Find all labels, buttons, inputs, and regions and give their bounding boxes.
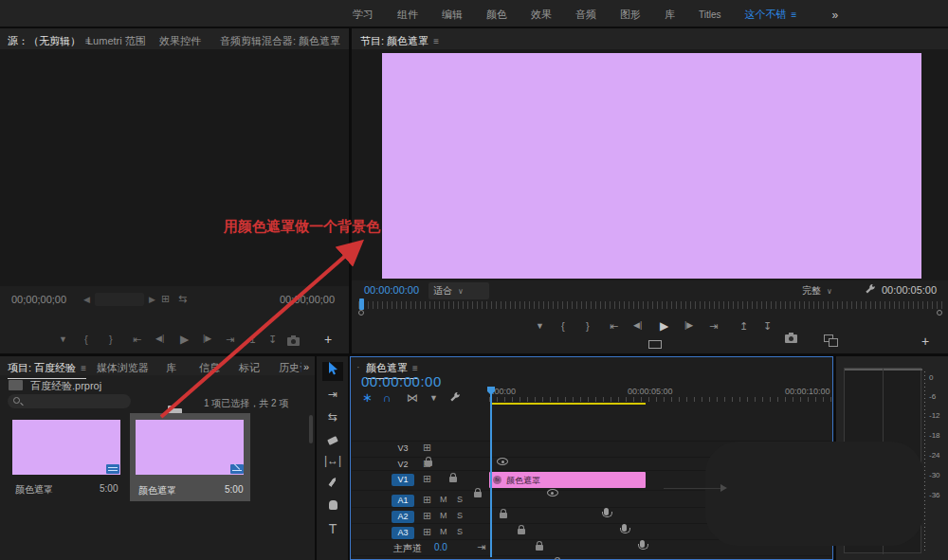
slip-tool[interactable]: |↔|: [322, 451, 343, 470]
source-add-marker-icon[interactable]: ▼: [59, 334, 67, 344]
workspace-tab-active[interactable]: 这个不错≡: [745, 8, 797, 22]
mute-button[interactable]: M: [440, 511, 447, 520]
program-mark-out-icon[interactable]: }: [586, 320, 590, 332]
tab-markers[interactable]: 标记: [239, 361, 260, 375]
tab-project[interactable]: 项目: 百度经验≡: [8, 361, 86, 375]
track-target-a2[interactable]: A2: [392, 511, 414, 523]
master-level-value[interactable]: 0.0: [434, 542, 447, 552]
sync-lock-icon[interactable]: ⊞: [423, 442, 431, 454]
tab-lumetri-scopes[interactable]: Lumetri 范围: [87, 34, 146, 48]
source-zoom-next-icon[interactable]: ▶: [149, 295, 155, 304]
source-insert-icon[interactable]: ↥: [248, 334, 257, 346]
program-playhead[interactable]: [359, 298, 364, 310]
voiceover-record-mic-icon[interactable]: [604, 508, 609, 515]
timeline-current-timecode[interactable]: 00:00:00:00: [361, 373, 442, 389]
workspace-tab-learn[interactable]: 学习: [353, 8, 374, 22]
sync-lock-icon[interactable]: ⊞: [423, 510, 431, 522]
program-mark-in-icon[interactable]: {: [561, 320, 565, 332]
project-item-thumbnail[interactable]: [136, 420, 244, 475]
source-play-icon[interactable]: ▶: [180, 333, 189, 346]
track-select-forward-tool[interactable]: ⇥: [322, 385, 343, 404]
workspace-menu-icon[interactable]: ≡: [792, 9, 797, 20]
tab-info[interactable]: 信息: [199, 361, 220, 375]
program-zoombar-right-handle[interactable]: [937, 310, 942, 316]
track-lock-icon[interactable]: [536, 545, 543, 551]
program-lift-icon[interactable]: ↥: [739, 320, 748, 333]
source-overwrite-icon[interactable]: ↧: [268, 334, 277, 346]
workspace-tab-libraries[interactable]: 库: [665, 8, 675, 22]
source-current-timecode[interactable]: 00;00;00;00: [11, 294, 66, 305]
tab-effect-controls[interactable]: 效果控件: [159, 34, 201, 48]
voiceover-record-mic-icon[interactable]: [622, 524, 627, 532]
project-item-name[interactable]: 颜色遮罩: [138, 484, 176, 497]
search-box[interactable]: [8, 394, 131, 408]
program-settings-wrench-icon[interactable]: [865, 283, 876, 295]
timeline-playhead-line[interactable]: [490, 388, 492, 557]
solo-button[interactable]: S: [457, 495, 463, 504]
voiceover-record-mic-icon[interactable]: [640, 540, 645, 548]
project-item-sequence[interactable]: 颜色遮罩 5:00: [130, 413, 250, 501]
workspace-tab-titles[interactable]: Titles: [699, 9, 721, 20]
project-scrollbar[interactable]: [309, 415, 313, 443]
workspace-tab-assembly[interactable]: 组件: [397, 8, 418, 22]
program-go-to-in-icon[interactable]: ⇤: [610, 320, 618, 333]
source-mark-in-icon[interactable]: {: [84, 334, 88, 345]
project-item-thumbnail[interactable]: [12, 420, 120, 475]
program-zoombar-left-handle[interactable]: [358, 310, 364, 316]
linked-selection-icon[interactable]: ⋈: [407, 391, 418, 405]
program-panel-menu-icon[interactable]: ≡: [433, 36, 439, 46]
program-resolution-select[interactable]: 完整∨: [802, 284, 832, 298]
timeline-marker-icon[interactable]: ▼: [429, 393, 438, 403]
source-go-to-out-icon[interactable]: ⇥: [226, 334, 234, 346]
track-lock-icon[interactable]: [518, 529, 525, 534]
tab-media-browser[interactable]: 媒体浏览器: [97, 361, 149, 375]
source-mark-out-icon[interactable]: }: [109, 334, 113, 345]
program-export-frame-icon[interactable]: [785, 334, 797, 343]
track-target-v2[interactable]: V2: [392, 459, 414, 471]
sync-lock-icon[interactable]: ⊞: [423, 526, 431, 538]
sync-lock-icon[interactable]: ⊞: [423, 458, 431, 470]
track-lock-icon[interactable]: [449, 477, 457, 482]
snap-magnet-icon[interactable]: ∩: [383, 391, 392, 405]
source-patch-icon[interactable]: ∗: [362, 390, 373, 405]
source-add-button-icon[interactable]: +: [324, 332, 332, 347]
program-add-marker-icon[interactable]: ▼: [536, 321, 544, 331]
track-visibility-eye-icon[interactable]: [547, 489, 558, 497]
project-file-name[interactable]: 百度经验.prproj: [30, 379, 101, 393]
project-panel-menu-icon[interactable]: ≡: [81, 363, 86, 373]
pen-tool[interactable]: [322, 474, 343, 493]
mute-button[interactable]: M: [440, 495, 447, 504]
program-step-forward-icon[interactable]: |▶: [684, 320, 693, 330]
tab-source-monitor[interactable]: 源：（无剪辑）≡: [8, 34, 91, 48]
track-target-a1[interactable]: A1: [392, 495, 414, 507]
timeline-settings-wrench-icon[interactable]: [449, 391, 461, 403]
ripple-edit-tool[interactable]: ⇆: [322, 407, 343, 426]
program-add-button-icon[interactable]: +: [921, 334, 929, 349]
source-export-frame-icon[interactable]: [287, 337, 300, 346]
source-settings-icon[interactable]: ⊞: [161, 293, 170, 305]
track-target-a3[interactable]: A3: [392, 527, 414, 539]
master-end-icon[interactable]: ⇥: [477, 541, 485, 553]
program-zoom-select[interactable]: 适合∨: [428, 282, 489, 299]
search-input[interactable]: [27, 395, 125, 406]
source-go-to-in-icon[interactable]: ⇤: [133, 334, 141, 346]
workspace-overflow-icon[interactable]: »: [831, 9, 838, 22]
source-step-forward-icon[interactable]: |▶: [203, 334, 211, 343]
source-zoom-select[interactable]: [95, 293, 144, 306]
master-track-label[interactable]: 主声道: [393, 542, 422, 555]
workspace-tab-graphics[interactable]: 图形: [620, 8, 641, 22]
tab-audio-clip-mixer[interactable]: 音频剪辑混合器: 颜色遮罩: [220, 34, 340, 48]
selection-tool[interactable]: [322, 362, 343, 381]
source-zoom-prev-icon[interactable]: ◀: [83, 295, 90, 304]
workspace-tab-audio[interactable]: 音频: [575, 8, 596, 22]
solo-button[interactable]: S: [457, 527, 463, 536]
tab-history[interactable]: 历史记: [279, 361, 301, 375]
timeline-panel-menu-icon[interactable]: ≡: [412, 363, 418, 373]
program-go-to-out-icon[interactable]: ⇥: [709, 320, 718, 333]
solo-button[interactable]: S: [457, 511, 463, 520]
razor-tool[interactable]: [322, 430, 343, 449]
type-tool[interactable]: T: [322, 519, 343, 538]
source-drag-video-audio-icon[interactable]: ⇆: [178, 293, 187, 305]
track-target-v3[interactable]: V3: [392, 443, 414, 455]
timeline-clip-color-matte[interactable]: fx 颜色遮罩: [489, 472, 646, 488]
